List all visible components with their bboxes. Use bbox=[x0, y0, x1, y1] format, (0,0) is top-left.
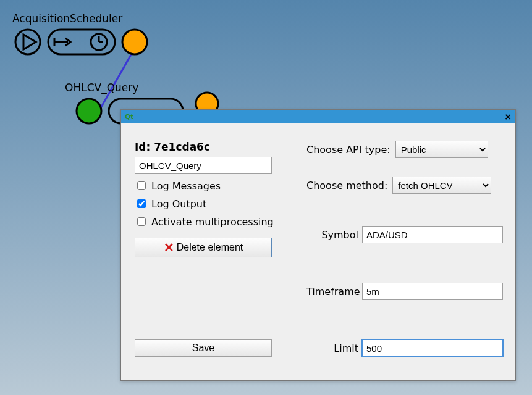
log-messages-row[interactable]: Log Messages bbox=[135, 180, 277, 192]
log-messages-label: Log Messages bbox=[151, 180, 221, 192]
method-label: Choose method: bbox=[306, 180, 387, 191]
log-messages-checkbox[interactable] bbox=[137, 181, 146, 190]
activate-mp-label: Activate multiprocessing bbox=[151, 216, 274, 228]
delete-element-button[interactable]: ✕ Delete element bbox=[135, 238, 272, 257]
symbol-input[interactable] bbox=[362, 226, 503, 243]
scheduler-node bbox=[15, 30, 147, 54]
play-icon bbox=[23, 35, 36, 49]
log-output-row[interactable]: Log Output bbox=[135, 198, 277, 210]
close-icon[interactable]: × bbox=[504, 112, 512, 122]
timeframe-input[interactable] bbox=[362, 283, 503, 300]
pointer-icon bbox=[54, 38, 70, 46]
api-type-select[interactable]: Public bbox=[395, 141, 488, 158]
timeframe-label: Timeframe bbox=[306, 286, 362, 297]
save-button[interactable]: Save bbox=[135, 339, 272, 357]
limit-label: Limit bbox=[306, 343, 362, 354]
limit-input[interactable] bbox=[362, 339, 503, 357]
element-id-label: Id: 7e1cda6c bbox=[135, 141, 277, 153]
api-type-label: Choose API type: bbox=[306, 144, 391, 156]
symbol-label: Symbol bbox=[306, 229, 362, 241]
clock-icon bbox=[91, 34, 107, 50]
dialog-titlebar[interactable]: Qt × bbox=[121, 110, 515, 123]
activate-mp-row[interactable]: Activate multiprocessing bbox=[135, 215, 277, 228]
log-output-label: Log Output bbox=[151, 198, 206, 210]
method-select[interactable]: fetch OHLCV bbox=[392, 177, 491, 194]
activate-mp-checkbox[interactable] bbox=[137, 217, 146, 226]
qt-icon: Qt bbox=[125, 112, 133, 121]
ohlcv-label: OHLCV_Query bbox=[65, 81, 138, 94]
scheduler-label: AcquisitionScheduler bbox=[12, 12, 122, 25]
element-config-dialog: Qt × Id: 7e1cda6c Log Messages Log Outpu… bbox=[120, 109, 516, 381]
element-name-input[interactable] bbox=[135, 157, 272, 174]
delete-x-icon: ✕ bbox=[164, 241, 174, 254]
log-output-checkbox[interactable] bbox=[137, 199, 146, 208]
output-port bbox=[122, 30, 147, 54]
api-type-row: Choose API type: Public bbox=[306, 141, 503, 158]
method-row: Choose method: fetch OHLCV bbox=[306, 177, 503, 194]
input-port bbox=[77, 99, 101, 123]
